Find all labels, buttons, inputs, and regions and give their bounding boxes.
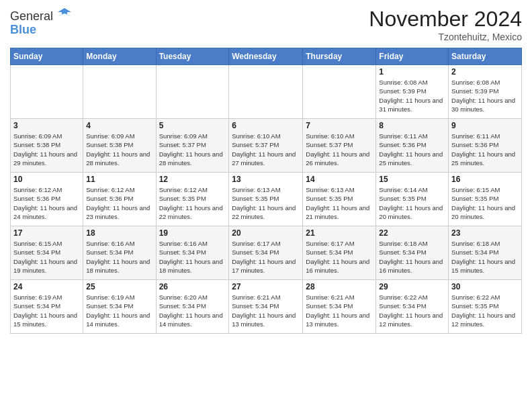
day-number: 5	[159, 121, 226, 130]
day-info: Sunrise: 6:12 AM Sunset: 5:35 PM Dayligh…	[159, 185, 226, 221]
calendar-week-row: 10Sunrise: 6:12 AM Sunset: 5:36 PM Dayli…	[11, 173, 522, 226]
day-info: Sunrise: 6:09 AM Sunset: 5:38 PM Dayligh…	[13, 132, 80, 167]
calendar-cell: 16Sunrise: 6:15 AM Sunset: 5:35 PM Dayli…	[449, 173, 522, 226]
day-info: Sunrise: 6:15 AM Sunset: 5:34 PM Dayligh…	[13, 239, 80, 275]
calendar-cell: 22Sunrise: 6:18 AM Sunset: 5:34 PM Dayli…	[376, 226, 449, 280]
day-info: Sunrise: 6:08 AM Sunset: 5:39 PM Dayligh…	[451, 78, 519, 113]
calendar-cell: 9Sunrise: 6:11 AM Sunset: 5:36 PM Daylig…	[449, 119, 522, 173]
day-number: 22	[379, 228, 445, 238]
day-info: Sunrise: 6:10 AM Sunset: 5:37 PM Dayligh…	[306, 132, 373, 167]
logo-bird-icon	[58, 7, 71, 20]
calendar-week-row: 1Sunrise: 6:08 AM Sunset: 5:39 PM Daylig…	[11, 65, 522, 119]
day-number: 29	[379, 282, 445, 291]
day-number: 17	[13, 228, 80, 238]
calendar-cell: 8Sunrise: 6:11 AM Sunset: 5:36 PM Daylig…	[376, 119, 449, 173]
calendar-cell: 28Sunrise: 6:21 AM Sunset: 5:34 PM Dayli…	[303, 280, 376, 334]
day-info: Sunrise: 6:20 AM Sunset: 5:34 PM Dayligh…	[159, 293, 226, 328]
calendar-cell: 10Sunrise: 6:12 AM Sunset: 5:36 PM Dayli…	[11, 173, 83, 226]
day-number: 7	[306, 121, 373, 130]
calendar-cell: 13Sunrise: 6:13 AM Sunset: 5:35 PM Dayli…	[229, 173, 303, 226]
calendar-cell: 24Sunrise: 6:19 AM Sunset: 5:34 PM Dayli…	[11, 280, 83, 334]
calendar-cell: 23Sunrise: 6:18 AM Sunset: 5:34 PM Dayli…	[449, 226, 522, 280]
calendar-cell	[303, 65, 376, 119]
day-number: 26	[159, 282, 226, 291]
day-number: 8	[379, 121, 445, 130]
calendar-cell: 14Sunrise: 6:13 AM Sunset: 5:35 PM Dayli…	[303, 173, 376, 226]
col-wednesday: Wednesday	[229, 48, 303, 65]
day-number: 12	[159, 175, 226, 184]
day-number: 23	[451, 228, 519, 238]
day-info: Sunrise: 6:15 AM Sunset: 5:35 PM Dayligh…	[451, 185, 519, 221]
calendar-cell: 2Sunrise: 6:08 AM Sunset: 5:39 PM Daylig…	[449, 65, 522, 119]
day-info: Sunrise: 6:16 AM Sunset: 5:34 PM Dayligh…	[86, 239, 152, 275]
day-info: Sunrise: 6:18 AM Sunset: 5:34 PM Dayligh…	[451, 239, 519, 275]
day-number: 15	[379, 175, 445, 184]
day-info: Sunrise: 6:12 AM Sunset: 5:36 PM Dayligh…	[13, 185, 80, 221]
day-info: Sunrise: 6:11 AM Sunset: 5:36 PM Dayligh…	[379, 132, 445, 167]
day-number: 10	[13, 175, 80, 184]
day-number: 19	[159, 228, 226, 238]
day-info: Sunrise: 6:22 AM Sunset: 5:35 PM Dayligh…	[451, 293, 519, 328]
day-number: 14	[306, 175, 373, 184]
page-header: General Blue November 2024 Tzontehuitz, …	[10, 7, 522, 42]
day-info: Sunrise: 6:09 AM Sunset: 5:38 PM Dayligh…	[86, 132, 152, 167]
col-tuesday: Tuesday	[156, 48, 229, 65]
calendar-cell: 29Sunrise: 6:22 AM Sunset: 5:34 PM Dayli…	[376, 280, 449, 334]
svg-marker-0	[58, 8, 71, 16]
calendar-cell	[156, 65, 229, 119]
day-info: Sunrise: 6:08 AM Sunset: 5:39 PM Dayligh…	[379, 78, 445, 113]
calendar-cell: 18Sunrise: 6:16 AM Sunset: 5:34 PM Dayli…	[83, 226, 156, 280]
day-info: Sunrise: 6:19 AM Sunset: 5:34 PM Dayligh…	[86, 293, 152, 328]
day-number: 4	[86, 121, 152, 130]
calendar-cell: 3Sunrise: 6:09 AM Sunset: 5:38 PM Daylig…	[11, 119, 83, 173]
day-number: 3	[13, 121, 80, 130]
day-info: Sunrise: 6:13 AM Sunset: 5:35 PM Dayligh…	[306, 185, 373, 221]
day-info: Sunrise: 6:19 AM Sunset: 5:34 PM Dayligh…	[13, 293, 80, 328]
day-number: 11	[86, 175, 152, 184]
month-title: November 2024	[369, 7, 522, 32]
location-subtitle: Tzontehuitz, Mexico	[369, 32, 522, 42]
calendar-cell: 27Sunrise: 6:21 AM Sunset: 5:34 PM Dayli…	[229, 280, 303, 334]
calendar-cell: 26Sunrise: 6:20 AM Sunset: 5:34 PM Dayli…	[156, 280, 229, 334]
calendar-cell: 4Sunrise: 6:09 AM Sunset: 5:38 PM Daylig…	[83, 119, 156, 173]
col-friday: Friday	[376, 48, 449, 65]
calendar-cell: 6Sunrise: 6:10 AM Sunset: 5:37 PM Daylig…	[229, 119, 303, 173]
title-block: November 2024 Tzontehuitz, Mexico	[369, 7, 522, 42]
calendar-header-row: Sunday Monday Tuesday Wednesday Thursday…	[11, 48, 522, 65]
day-number: 13	[232, 175, 300, 184]
calendar-cell: 12Sunrise: 6:12 AM Sunset: 5:35 PM Dayli…	[156, 173, 229, 226]
day-number: 28	[306, 282, 373, 291]
day-number: 6	[232, 121, 300, 130]
calendar-week-row: 17Sunrise: 6:15 AM Sunset: 5:34 PM Dayli…	[11, 226, 522, 280]
calendar-cell	[229, 65, 303, 119]
day-info: Sunrise: 6:16 AM Sunset: 5:34 PM Dayligh…	[159, 239, 226, 275]
day-info: Sunrise: 6:17 AM Sunset: 5:34 PM Dayligh…	[232, 239, 300, 275]
calendar-cell: 25Sunrise: 6:19 AM Sunset: 5:34 PM Dayli…	[83, 280, 156, 334]
calendar-cell: 11Sunrise: 6:12 AM Sunset: 5:36 PM Dayli…	[83, 173, 156, 226]
col-sunday: Sunday	[11, 48, 83, 65]
calendar-cell: 19Sunrise: 6:16 AM Sunset: 5:34 PM Dayli…	[156, 226, 229, 280]
col-saturday: Saturday	[449, 48, 522, 65]
col-thursday: Thursday	[303, 48, 376, 65]
calendar-cell: 7Sunrise: 6:10 AM Sunset: 5:37 PM Daylig…	[303, 119, 376, 173]
day-info: Sunrise: 6:18 AM Sunset: 5:34 PM Dayligh…	[379, 239, 445, 275]
day-number: 1	[379, 67, 445, 77]
day-number: 18	[86, 228, 152, 238]
day-number: 21	[306, 228, 373, 238]
day-info: Sunrise: 6:10 AM Sunset: 5:37 PM Dayligh…	[232, 132, 300, 167]
day-number: 27	[232, 282, 300, 291]
calendar-week-row: 3Sunrise: 6:09 AM Sunset: 5:38 PM Daylig…	[11, 119, 522, 173]
day-number: 20	[232, 228, 300, 238]
day-number: 24	[13, 282, 80, 291]
day-number: 25	[86, 282, 152, 291]
day-number: 2	[451, 67, 519, 77]
day-number: 30	[451, 282, 519, 291]
calendar-cell: 15Sunrise: 6:14 AM Sunset: 5:35 PM Dayli…	[376, 173, 449, 226]
calendar-cell: 5Sunrise: 6:09 AM Sunset: 5:37 PM Daylig…	[156, 119, 229, 173]
day-info: Sunrise: 6:12 AM Sunset: 5:36 PM Dayligh…	[86, 185, 152, 221]
day-info: Sunrise: 6:09 AM Sunset: 5:37 PM Dayligh…	[159, 132, 226, 167]
day-info: Sunrise: 6:22 AM Sunset: 5:34 PM Dayligh…	[379, 293, 445, 328]
calendar-cell: 21Sunrise: 6:17 AM Sunset: 5:34 PM Dayli…	[303, 226, 376, 280]
day-info: Sunrise: 6:11 AM Sunset: 5:36 PM Dayligh…	[451, 132, 519, 167]
calendar-cell: 30Sunrise: 6:22 AM Sunset: 5:35 PM Dayli…	[449, 280, 522, 334]
